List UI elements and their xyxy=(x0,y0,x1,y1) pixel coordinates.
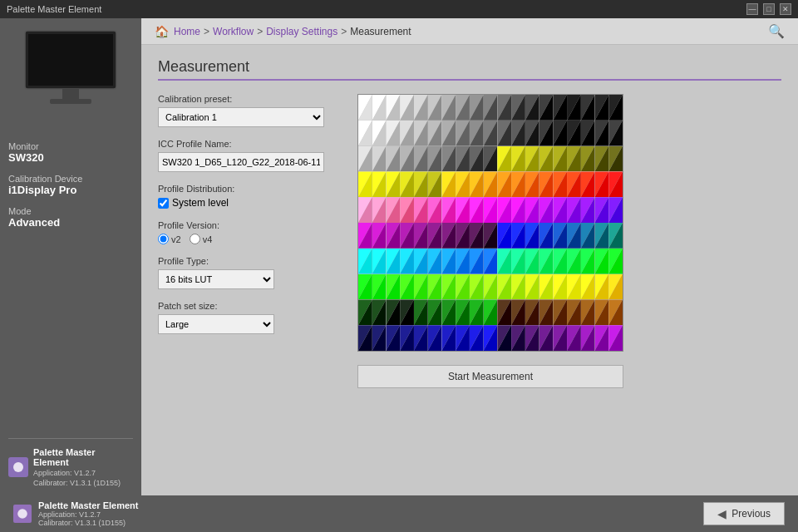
color-patch xyxy=(595,274,609,300)
color-patch xyxy=(386,223,400,249)
color-patch xyxy=(414,249,428,274)
color-patch xyxy=(525,95,539,121)
footer: Palette Master Element Application: V1.2… xyxy=(0,495,798,532)
breadcrumb-display-settings[interactable]: Display Settings xyxy=(266,26,337,37)
color-patch xyxy=(400,299,414,325)
color-patch xyxy=(456,249,470,274)
color-patch xyxy=(511,325,525,351)
profile-type-label: Profile Type: xyxy=(158,256,341,266)
svg-point-5 xyxy=(17,509,27,519)
color-patch xyxy=(497,121,511,146)
page-title: Measurement xyxy=(158,58,781,76)
color-patch xyxy=(372,197,387,223)
color-patch xyxy=(581,146,595,172)
color-patch xyxy=(372,274,387,300)
color-patch xyxy=(497,146,511,172)
color-patch xyxy=(400,325,414,351)
color-patch xyxy=(553,223,567,249)
color-patch xyxy=(539,299,554,325)
color-patch xyxy=(414,95,428,121)
v2-radio[interactable] xyxy=(158,234,169,244)
prev-arrow-icon: ◀ xyxy=(717,507,727,520)
color-patch xyxy=(484,274,498,300)
color-patch xyxy=(511,121,525,146)
header-bar: 🏠 Home > Workflow > Display Settings > M… xyxy=(141,18,798,45)
calibrator-version: Calibrator: V1.3.1 (1D155) xyxy=(33,479,133,487)
profile-version-row: v2 v4 xyxy=(158,234,341,244)
color-patch xyxy=(595,299,609,325)
color-patch xyxy=(400,121,414,146)
color-patch xyxy=(539,223,554,249)
color-patch xyxy=(386,325,400,351)
home-icon[interactable]: 🏠 xyxy=(155,25,169,38)
window-controls: — □ ✕ xyxy=(746,3,791,15)
color-patch xyxy=(414,223,428,249)
v4-radio-label[interactable]: v4 xyxy=(190,234,213,244)
color-patch xyxy=(470,146,484,172)
start-measurement-button[interactable]: Start Measurement xyxy=(357,365,623,388)
color-patch xyxy=(456,325,470,351)
color-patch xyxy=(511,95,525,121)
mode-label: Mode xyxy=(8,206,133,216)
color-patch xyxy=(372,95,387,121)
color-patch xyxy=(470,197,484,223)
main-row: Monitor SW320 Calibration Device i1Displ… xyxy=(0,18,798,495)
color-patch xyxy=(525,171,539,197)
profile-type-select[interactable]: 16 bits LUT 8 bits LUT xyxy=(158,269,274,289)
color-patch xyxy=(428,299,442,325)
monitor-value: SW320 xyxy=(8,151,133,164)
patch-set-select[interactable]: Large Medium Small xyxy=(158,314,274,334)
color-patch xyxy=(539,197,554,223)
color-patch xyxy=(595,249,609,274)
breadcrumb-workflow[interactable]: Workflow xyxy=(213,26,254,37)
color-patch xyxy=(358,121,372,146)
color-patch xyxy=(470,223,484,249)
color-patch-grid xyxy=(357,94,623,352)
form-grid-row: Calibration preset: Calibration 1 ICC Pr… xyxy=(158,94,781,388)
color-patch xyxy=(567,274,581,300)
footer-calibrator: Calibrator: V1.3.1 (1D155) xyxy=(38,519,138,527)
color-patch xyxy=(414,146,428,172)
icc-profile-input[interactable] xyxy=(158,152,324,172)
calibration-preset-select[interactable]: Calibration 1 xyxy=(158,107,324,127)
color-patch xyxy=(553,197,567,223)
search-icon[interactable]: 🔍 xyxy=(768,23,785,39)
page-content: Measurement Calibration preset: Calibrat… xyxy=(141,45,798,495)
color-patch xyxy=(567,197,581,223)
v2-label: v2 xyxy=(171,234,181,244)
previous-button[interactable]: ◀ Previous xyxy=(703,502,785,525)
color-patch xyxy=(358,146,372,172)
color-patch xyxy=(358,249,372,274)
system-level-label: System level xyxy=(172,197,229,209)
color-patch xyxy=(539,325,554,351)
v4-label: v4 xyxy=(203,234,213,244)
color-patch xyxy=(511,299,525,325)
color-patch xyxy=(428,146,442,172)
v4-radio[interactable] xyxy=(190,234,200,244)
system-level-checkbox[interactable] xyxy=(158,198,169,209)
v2-radio-label[interactable]: v2 xyxy=(158,234,181,244)
svg-point-4 xyxy=(13,462,23,472)
color-patch xyxy=(581,171,595,197)
maximize-button[interactable]: □ xyxy=(763,3,775,15)
color-patch xyxy=(456,95,470,121)
breadcrumb-home[interactable]: Home xyxy=(174,26,200,37)
color-patch xyxy=(608,299,623,325)
color-patch xyxy=(581,95,595,121)
color-patch xyxy=(511,197,525,223)
color-grid-section: Start Measurement xyxy=(357,94,781,388)
color-patch xyxy=(581,223,595,249)
color-patch xyxy=(581,325,595,351)
color-patch xyxy=(553,325,567,351)
app-logo-icon xyxy=(8,457,28,477)
svg-rect-3 xyxy=(50,99,91,104)
color-patch xyxy=(595,325,609,351)
start-btn-row: Start Measurement xyxy=(357,365,781,388)
color-patch xyxy=(484,223,498,249)
minimize-button[interactable]: — xyxy=(746,3,758,15)
color-patch xyxy=(441,121,456,146)
color-patch xyxy=(428,121,442,146)
close-button[interactable]: ✕ xyxy=(780,3,791,15)
color-patch xyxy=(608,249,623,274)
app-name: Palette Master Element xyxy=(33,447,133,467)
